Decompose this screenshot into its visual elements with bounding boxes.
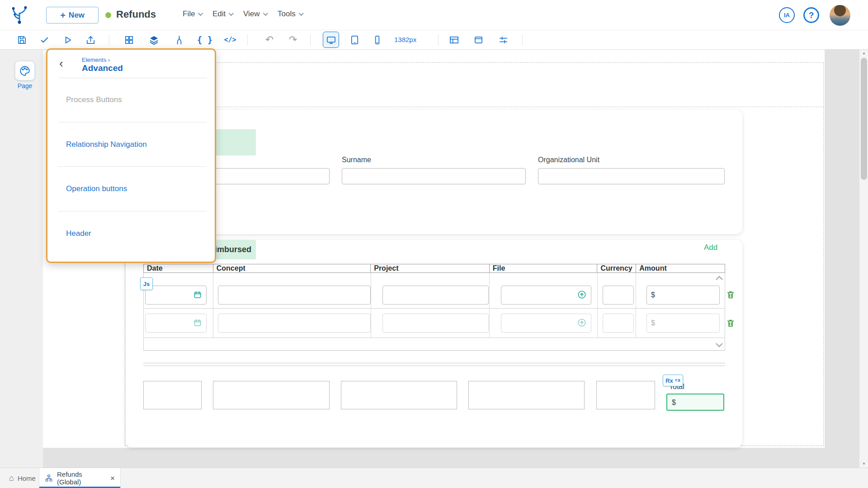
js-script-badge[interactable]: Js [140,277,153,290]
toolbar-separator [247,34,248,46]
run-button[interactable] [59,32,75,48]
section-divider [143,363,725,366]
page-tool-button[interactable] [15,61,35,80]
tab-home-label: Home [18,474,36,482]
summary-cell [596,381,655,409]
braces-button[interactable]: { } [197,32,213,48]
ia-label: IA [784,12,790,19]
concept-input-row1[interactable] [218,286,371,305]
menu-view[interactable]: View [243,9,267,19]
save-button[interactable] [14,32,30,48]
code-button[interactable]: </> [222,32,238,48]
column-header: Project [371,264,490,272]
undo-icon: ↶ [265,34,274,46]
redo-icon: ↷ [289,34,297,46]
save-icon [17,35,27,45]
menu-file[interactable]: File [183,9,202,19]
chevron-down-icon [715,343,723,347]
widgets-button[interactable] [121,32,137,48]
amount-input-row1[interactable] [646,286,720,305]
logo-icon [9,5,30,25]
upload-icon[interactable] [577,318,587,328]
ia-button[interactable]: IA [779,7,795,23]
properties-button[interactable] [495,32,511,48]
panel-item-header[interactable]: Header [66,229,91,238]
rx-formula-badge[interactable]: Rx [663,375,683,386]
calendar-icon[interactable] [193,290,202,299]
column-header: Currency [597,264,636,272]
mobile-view-button[interactable] [369,32,385,48]
tab-refunds-global[interactable]: Refunds (Global) × [39,468,121,488]
tab-refunds-label: Refunds (Global) [57,470,106,486]
chevron-down-icon [229,11,234,16]
upload-icon[interactable] [577,290,587,300]
panel-divider [58,166,207,167]
add-row-link[interactable]: Add [704,243,717,252]
scroll-down-button[interactable] [715,341,723,349]
tablet-view-button[interactable] [346,32,363,48]
designer-toolbar: { } </> ↶ ↷ 1382px [0,30,868,50]
avatar[interactable] [830,5,850,26]
menu-tools[interactable]: Tools [278,9,302,19]
total-amount-input[interactable]: $ [666,394,724,411]
breadcrumb[interactable]: Elements › [82,56,110,63]
project-input-row1[interactable] [382,286,489,305]
scrollbar-down-arrow[interactable]: ▼ [859,460,868,468]
redo-button[interactable]: ↷ [285,32,301,48]
menu-edit[interactable]: Edit [212,9,232,19]
undo-button[interactable]: ↶ [261,32,278,48]
org-unit-input[interactable] [538,168,725,184]
back-button[interactable]: ‹ [59,57,63,69]
toolbar-separator [109,34,109,46]
menu-view-label: View [243,9,260,19]
trash-icon [726,318,736,328]
currency-input-row1[interactable] [603,286,634,305]
column-header: File [490,264,598,272]
elements-advanced-panel: ‹ Elements › Advanced Process Buttons Re… [46,48,216,263]
chevron-down-icon [198,11,203,16]
table-layout-button[interactable] [446,32,462,48]
calendar-icon[interactable] [193,318,202,327]
scrollbar-thumb[interactable] [861,58,867,180]
branch-icon [174,35,184,45]
menu-file-label: File [183,9,195,19]
vertical-scrollbar[interactable]: ▲ ▼ [859,50,868,468]
scrollbar-up-arrow[interactable]: ▲ [859,50,868,57]
panel-item-relationship-navigation[interactable]: Relationship Navigation [66,140,147,149]
window-button[interactable] [470,32,486,48]
close-tab-icon[interactable]: × [110,474,115,482]
viewport-width-value: 1382px [394,36,416,43]
tab-home[interactable]: ⌂ Home [3,468,42,488]
branch-button[interactable] [171,32,187,48]
desktop-view-button[interactable] [323,32,339,48]
panel-item-operation-buttons[interactable]: Operation buttons [66,184,127,193]
new-button[interactable]: + New [46,7,99,23]
help-button[interactable]: ? [803,7,819,23]
scroll-up-button[interactable] [715,274,723,282]
expenses-table-header: Date Concept Project File Currency Amoun… [143,264,725,273]
trash-icon [726,290,736,300]
currency-input-row2[interactable] [603,314,634,333]
currency-symbol: $ [651,291,655,299]
play-icon [62,35,73,45]
summary-cell [213,381,330,409]
project-input-row2[interactable] [382,314,489,333]
amount-input-row2[interactable] [646,314,720,333]
braces-icon: { } [197,35,212,45]
surname-input[interactable] [342,168,526,184]
delete-row-button[interactable] [726,318,736,330]
column-header: Concept [213,264,371,272]
bottom-tab-bar: ⌂ Home Refunds (Global) × [0,468,868,488]
breadcrumb-label: Elements [82,56,106,63]
app-logo[interactable] [9,5,30,25]
publish-button[interactable] [82,32,99,48]
concept-input-row2[interactable] [218,314,371,333]
menu-edit-label: Edit [212,9,226,19]
column-header: Amount [636,264,725,272]
layers-icon [149,35,159,45]
top-header: + New Refunds File Edit View Tools IA ? [0,0,868,30]
left-rail: Page [0,50,43,468]
validate-button[interactable] [36,32,52,48]
delete-row-button[interactable] [726,290,736,301]
layers-button[interactable] [146,32,162,48]
